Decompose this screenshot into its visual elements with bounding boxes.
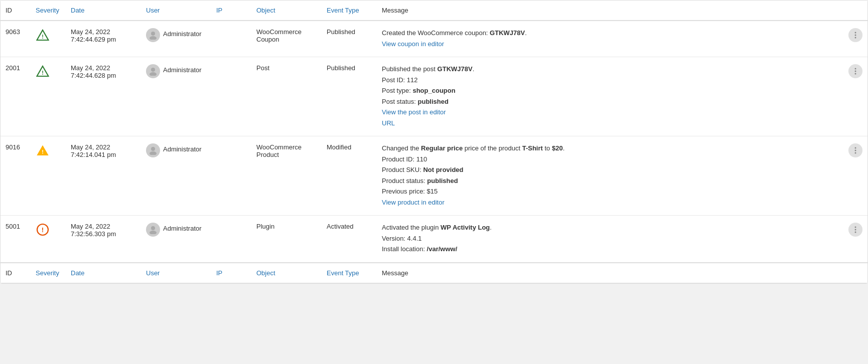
more-icon	[851, 31, 859, 39]
message-detail: Install location: /var/www/	[382, 244, 838, 254]
col-header-date[interactable]: Date	[66, 1, 141, 21]
cell-id: 2001	[1, 57, 31, 136]
row-more-button[interactable]	[848, 143, 862, 157]
col-header-message: Message	[377, 1, 843, 21]
cell-ip	[211, 21, 251, 57]
user-name: Administrator	[163, 64, 202, 74]
svg-point-3	[855, 32, 856, 34]
svg-text:!: !	[42, 149, 44, 155]
row-more-button[interactable]	[848, 28, 862, 42]
cell-object: Post	[251, 57, 322, 136]
cell-severity: !	[31, 216, 66, 263]
table-row: 5001 ! May 24, 20227:32:56.303 pm Admini…	[1, 216, 867, 263]
col-header-object[interactable]: Object	[251, 1, 322, 21]
cell-id: 9016	[1, 136, 31, 216]
message-detail: Version: 4.4.1	[382, 234, 838, 244]
avatar	[146, 28, 160, 42]
more-icon	[851, 226, 859, 234]
user-name: Administrator	[163, 223, 202, 232]
user-name: Administrator	[163, 28, 202, 38]
message-action-link[interactable]: View product in editor	[382, 199, 445, 206]
table-header-row: ID Severity Date User IP Object Event Ty…	[1, 1, 867, 21]
user-name: Administrator	[163, 143, 202, 153]
cell-eventtype: Activated	[322, 216, 377, 263]
svg-point-24	[855, 232, 856, 233]
svg-point-4	[855, 35, 856, 36]
message-action-link[interactable]: View the post in editor	[382, 108, 446, 116]
table-row: 9063 ! May 24, 20227:42:44.629 pm Admini…	[1, 21, 867, 57]
message-link-line: View coupon in editor	[382, 39, 838, 49]
avatar	[146, 223, 160, 237]
svg-point-22	[855, 227, 856, 228]
more-icon	[851, 67, 859, 75]
svg-text:!: !	[42, 226, 44, 234]
cell-severity: !	[31, 136, 66, 216]
cell-date: May 24, 20227:42:14.041 pm	[66, 136, 141, 216]
svg-point-23	[855, 229, 856, 231]
cell-date: May 24, 20227:42:44.629 pm	[66, 21, 141, 57]
row-more-button[interactable]	[848, 223, 862, 237]
cell-eventtype: Published	[322, 21, 377, 57]
col-footer-ip[interactable]: IP	[211, 263, 251, 283]
col-header-eventtype[interactable]: Event Type	[322, 1, 377, 21]
cell-message: Activated the plugin WP Activity Log.Ver…	[377, 216, 843, 263]
more-icon	[851, 146, 859, 154]
svg-point-7	[151, 68, 155, 72]
svg-point-1	[151, 32, 155, 36]
cell-severity: !	[31, 21, 66, 57]
cell-user: Administrator	[141, 21, 211, 57]
cell-id: 9063	[1, 21, 31, 57]
avatar	[146, 64, 160, 78]
message-main: Changed the Regular price price of the p…	[382, 143, 838, 153]
cell-actions	[843, 21, 867, 57]
col-footer-severity[interactable]: Severity	[31, 263, 66, 283]
message-link-line: View the post in editor	[382, 107, 838, 117]
message-detail: Post type: shop_coupon	[382, 86, 838, 96]
svg-point-11	[855, 73, 856, 75]
message-main: Created the WooCommerce coupon: GTKWJ78V…	[382, 28, 838, 38]
col-header-user[interactable]: User	[141, 1, 211, 21]
svg-point-10	[855, 71, 856, 72]
cell-object: Plugin	[251, 216, 322, 263]
svg-point-5	[855, 37, 856, 39]
date-value: May 24, 20227:42:14.041 pm	[71, 143, 116, 158]
activity-log-table: ID Severity Date User IP Object Event Ty…	[0, 0, 868, 284]
avatar	[146, 143, 160, 157]
svg-point-13	[151, 147, 155, 151]
cell-severity: !	[31, 57, 66, 136]
row-more-button[interactable]	[848, 64, 862, 78]
message-detail: Product status: published	[382, 176, 838, 186]
table-row: 2001 ! May 24, 20227:42:44.628 pm Admini…	[1, 57, 867, 136]
svg-point-2	[150, 36, 157, 40]
col-footer-eventtype[interactable]: Event Type	[322, 263, 377, 283]
cell-actions	[843, 216, 867, 263]
col-header-severity[interactable]: Severity	[31, 1, 66, 21]
cell-date: May 24, 20227:42:44.628 pm	[66, 57, 141, 136]
col-footer-date[interactable]: Date	[66, 263, 141, 283]
svg-point-9	[855, 68, 856, 70]
message-detail: Product ID: 110	[382, 154, 838, 164]
cell-user: Administrator	[141, 136, 211, 216]
cell-message: Published the post GTKWJ78V.Post ID: 112…	[377, 57, 843, 136]
date-value: May 24, 20227:32:56.303 pm	[71, 223, 116, 238]
svg-point-20	[151, 226, 155, 230]
col-header-ip[interactable]: IP	[211, 1, 251, 21]
cell-object: WooCommerce Product	[251, 136, 322, 216]
cell-actions	[843, 136, 867, 216]
message-detail: Product SKU: Not provided	[382, 165, 838, 175]
col-header-actions	[843, 1, 867, 21]
message-link-line: URL	[382, 118, 838, 128]
col-footer-message: Message	[377, 263, 843, 283]
table-row: 9016 ! May 24, 20227:42:14.041 pm Admini…	[1, 136, 867, 216]
svg-point-21	[150, 231, 157, 234]
cell-actions	[843, 57, 867, 136]
col-footer-actions	[843, 263, 867, 283]
cell-ip	[211, 57, 251, 136]
col-footer-user[interactable]: User	[141, 263, 211, 283]
col-footer-object[interactable]: Object	[251, 263, 322, 283]
message-action-link[interactable]: View coupon in editor	[382, 40, 444, 48]
cell-user: Administrator	[141, 57, 211, 136]
message-action-link[interactable]: URL	[382, 119, 395, 127]
message-detail: Post status: published	[382, 97, 838, 107]
cell-eventtype: Modified	[322, 136, 377, 216]
